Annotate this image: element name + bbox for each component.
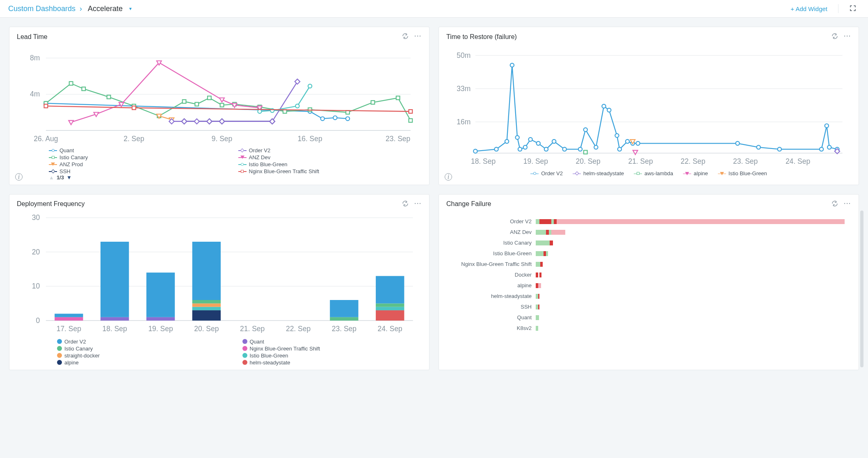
svg-point-93	[626, 140, 629, 143]
legend-item[interactable]: Nginx Blue-Green Traffic Shift	[238, 168, 423, 174]
legend-item[interactable]: Order V2	[530, 170, 563, 176]
widget-deployment-frequency: Deployment Frequency ··· 010203017. Sep1…	[9, 194, 429, 370]
svg-text:17. Sep: 17. Sep	[57, 325, 81, 333]
breadcrumb-title: Accelerate	[88, 5, 123, 13]
refresh-icon[interactable]	[402, 200, 409, 208]
svg-text:9. Sep: 9. Sep	[212, 135, 233, 143]
widget-title: Change Failure	[446, 200, 831, 208]
legend-item[interactable]: Istio Canary	[49, 154, 233, 160]
row-bar[interactable]	[536, 230, 847, 235]
row-bar[interactable]	[536, 305, 847, 309]
widget-title: Deployment Frequency	[17, 200, 402, 208]
row-bar[interactable]	[536, 315, 847, 320]
refresh-icon[interactable]	[831, 200, 838, 208]
svg-rect-140	[376, 276, 404, 303]
svg-text:16m: 16m	[457, 118, 471, 126]
svg-marker-47	[94, 112, 99, 117]
svg-point-97	[756, 145, 760, 149]
scrollbar[interactable]	[860, 211, 863, 367]
svg-rect-17	[82, 87, 85, 91]
change-failure-row: K8sv2	[445, 323, 847, 334]
legend-item[interactable]: Istio Blue-Green	[242, 353, 423, 359]
legend-item[interactable]: Quant	[49, 147, 233, 153]
change-failure-row: Order V2	[445, 216, 847, 227]
row-bar[interactable]	[536, 273, 847, 277]
svg-rect-135	[330, 300, 358, 317]
svg-point-53	[258, 110, 261, 113]
more-icon[interactable]: ···	[414, 200, 422, 208]
svg-text:18. Sep: 18. Sep	[471, 157, 496, 165]
svg-marker-46	[69, 121, 73, 125]
add-widget-button[interactable]: + Add Widget	[790, 5, 827, 12]
svg-text:23. Sep: 23. Sep	[733, 157, 758, 165]
svg-point-87	[584, 128, 587, 131]
lead-time-legend: QuantOrder V2Istio CanaryANZ DevANZ Prod…	[16, 145, 423, 174]
svg-rect-42	[207, 119, 212, 124]
refresh-icon[interactable]	[402, 33, 409, 41]
svg-text:4m: 4m	[30, 90, 40, 98]
more-icon[interactable]: ···	[414, 33, 422, 41]
breadcrumb-separator: ›	[80, 5, 82, 13]
more-icon[interactable]: ···	[844, 33, 851, 41]
row-bar[interactable]	[536, 219, 847, 224]
svg-point-101	[827, 145, 831, 149]
svg-text:21. Sep: 21. Sep	[240, 325, 265, 333]
svg-rect-124	[146, 273, 175, 317]
legend-item[interactable]: ANZ Prod	[49, 161, 233, 167]
legend-item[interactable]: Istio Blue-Green	[238, 161, 423, 167]
legend-item[interactable]: Istio Blue-Green	[718, 170, 767, 176]
svg-text:20. Sep: 20. Sep	[576, 157, 601, 165]
legend-item[interactable]: Order V2	[238, 147, 423, 153]
restore-chart: 16m33m50m18. Sep19. Sep20. Sep21. Sep22.…	[445, 43, 852, 169]
row-bar[interactable]	[536, 326, 847, 331]
svg-text:24. Sep: 24. Sep	[378, 325, 402, 333]
legend-item[interactable]: ANZ Dev	[238, 154, 423, 160]
svg-rect-120	[101, 317, 129, 321]
legend-item[interactable]: Quant	[242, 339, 423, 345]
legend-item[interactable]: helm-steadystate	[242, 360, 423, 366]
svg-point-89	[602, 104, 605, 108]
legend-next-icon[interactable]: ▼	[66, 174, 72, 181]
widget-lead-time: Lead Time ··· 4m8m26. Aug2. Sep9. Sep16.…	[9, 27, 429, 185]
svg-point-95	[636, 142, 640, 145]
row-bar[interactable]	[536, 251, 847, 256]
svg-text:21. Sep: 21. Sep	[628, 157, 653, 165]
svg-point-100	[825, 124, 829, 128]
legend-item[interactable]: Nginx Blue-Green Traffic Shift	[242, 346, 423, 352]
svg-rect-43	[219, 119, 224, 124]
svg-text:19. Sep: 19. Sep	[523, 157, 548, 165]
legend-item[interactable]: alpine	[683, 170, 708, 176]
fullscreen-icon[interactable]	[849, 5, 857, 13]
svg-rect-130	[192, 242, 221, 300]
svg-rect-31	[396, 96, 400, 100]
svg-text:24. Sep: 24. Sep	[786, 157, 810, 165]
row-bar[interactable]	[536, 283, 847, 288]
legend-item[interactable]: Order V2	[57, 339, 238, 345]
legend-item[interactable]: SSH	[49, 168, 233, 174]
widget-time-to-restore: Time to Restore (failure) ··· 16m33m50m1…	[439, 27, 859, 185]
legend-item[interactable]: Istio Canary	[57, 346, 238, 352]
svg-rect-121	[101, 242, 129, 317]
svg-text:20: 20	[32, 248, 40, 256]
legend-item[interactable]: alpine	[57, 360, 238, 366]
svg-rect-45	[295, 79, 300, 84]
refresh-icon[interactable]	[831, 33, 838, 41]
svg-point-82	[537, 142, 540, 145]
more-icon[interactable]: ···	[844, 200, 851, 208]
row-bar[interactable]	[536, 262, 847, 267]
svg-point-77	[510, 63, 514, 67]
legend-item[interactable]: aws-lambda	[634, 170, 673, 176]
svg-text:23. Sep: 23. Sep	[332, 325, 356, 333]
deploy-chart: 010203017. Sep18. Sep19. Sep20. Sep21. S…	[16, 211, 423, 336]
change-failure-row: ANZ Dev	[445, 227, 847, 238]
info-icon[interactable]: i	[15, 173, 23, 181]
legend-item[interactable]: straight-docker	[57, 353, 238, 359]
breadcrumb-root[interactable]: Custom Dashboards	[8, 5, 75, 13]
dashboard-switch-caret[interactable]: ▾	[129, 6, 132, 11]
info-icon[interactable]: i	[445, 173, 452, 181]
legend-item[interactable]: helm-steadystate	[573, 170, 624, 176]
row-bar[interactable]	[536, 294, 847, 299]
svg-point-91	[615, 134, 619, 137]
row-bar[interactable]	[536, 240, 847, 245]
legend-prev-icon[interactable]: ▲	[49, 174, 54, 181]
